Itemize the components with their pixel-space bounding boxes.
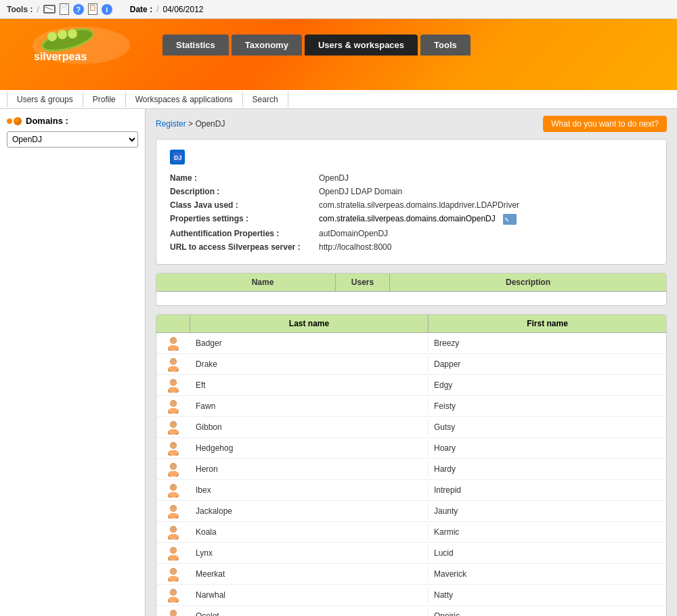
user-firstname: Breezy: [429, 335, 666, 351]
user-row[interactable]: NarwhalNatty: [156, 585, 666, 606]
info-rows: Name : OpenDJ Description : OpenDJ LDAP …: [170, 171, 653, 254]
user-lastname: Fawn: [190, 398, 429, 414]
user-firstname: Maverick: [429, 566, 666, 582]
svg-point-44: [169, 471, 178, 477]
url-label: URL to access Silverpeas server :: [170, 240, 319, 254]
users-th-icon: [156, 315, 190, 332]
description-value: OpenDJ LDAP Domain: [319, 185, 653, 198]
user-row[interactable]: MeerkatMaverick: [156, 564, 666, 585]
properties-value-cell: com.stratelia.silverpeas.domains.domainO…: [319, 212, 653, 227]
breadcrumb-bar: Register > OpenDJ What do you want to do…: [156, 116, 667, 132]
auth-value: autDomainOpenDJ: [319, 227, 653, 240]
groups-th-icon: [156, 273, 190, 291]
user-firstname: Karmic: [429, 524, 666, 540]
nav-tab-tools[interactable]: Tools: [420, 35, 471, 56]
svg-point-5: [68, 29, 77, 39]
user-row[interactable]: HedgehogHoary: [156, 438, 666, 459]
user-avatar-cell: [156, 606, 190, 616]
user-avatar-cell: [156, 438, 190, 458]
document-icon[interactable]: 📄: [60, 3, 69, 15]
users-th-lastname: Last name: [190, 315, 429, 332]
svg-point-3: [47, 32, 57, 41]
domains-header: Domains :: [7, 116, 138, 126]
properties-edit-icon[interactable]: ✎: [503, 214, 517, 225]
user-lastname: Jackalope: [190, 503, 429, 519]
user-lastname: Eft: [190, 377, 429, 393]
email-icon[interactable]: [43, 5, 56, 14]
svg-point-20: [171, 359, 175, 363]
user-lastname: Koala: [190, 524, 429, 540]
user-row[interactable]: GibbonGutsy: [156, 417, 666, 438]
user-row[interactable]: KoalaKarmic: [156, 522, 666, 543]
name-label: Name :: [170, 171, 319, 185]
breadcrumb: Register > OpenDJ: [156, 119, 225, 129]
svg-point-60: [171, 527, 175, 531]
groups-table: Name Users Description: [156, 273, 667, 306]
user-row[interactable]: EftEdgy: [156, 375, 666, 396]
user-row[interactable]: BadgerBreezy: [156, 333, 666, 354]
info-icon[interactable]: i: [102, 4, 112, 15]
svg-point-59: [169, 534, 178, 540]
sidebar: Domains : OpenDJ: [0, 109, 146, 616]
user-firstname: Oneiric: [429, 608, 666, 616]
subnav-users-groups[interactable]: Users & groups: [7, 92, 83, 107]
breadcrumb-register[interactable]: Register: [156, 119, 186, 129]
what-to-do-button[interactable]: What do you want to do next?: [543, 116, 667, 132]
user-firstname: Hardy: [429, 461, 666, 477]
user-avatar-cell: [156, 564, 190, 584]
user-lastname: Hedgehog: [190, 440, 429, 456]
user-row[interactable]: DrakeDapper: [156, 354, 666, 375]
subnav-search[interactable]: Search: [243, 92, 288, 107]
user-avatar-cell: [156, 459, 190, 479]
user-avatar-icon: [167, 525, 180, 540]
top-bar: Tools : / 📄 ? 📋 i Date : / 04/06/2012: [0, 0, 677, 19]
user-avatar-icon: [167, 483, 180, 498]
user-avatar-icon: [167, 336, 180, 351]
svg-text:silverpeas: silverpeas: [34, 51, 87, 62]
user-row[interactable]: HeronHardy: [156, 459, 666, 480]
copy-icon[interactable]: 📋: [88, 3, 97, 15]
right-content: Register > OpenDJ What do you want to do…: [146, 109, 677, 616]
breadcrumb-current: OpenDJ: [195, 119, 225, 129]
nav-tab-taxonomy[interactable]: Taxonomy: [232, 35, 302, 56]
svg-point-34: [169, 429, 178, 435]
user-row[interactable]: FawnFeisty: [156, 396, 666, 417]
main-content: Domains : OpenDJ Register > OpenDJ What …: [0, 109, 677, 616]
user-avatar-icon: [167, 462, 180, 477]
svg-point-49: [169, 492, 178, 498]
svg-point-40: [171, 443, 175, 447]
user-row[interactable]: JackalopeJaunty: [156, 501, 666, 522]
subnav-workspaces-applications[interactable]: Workspaces & applications: [126, 92, 243, 107]
description-label: Description :: [170, 185, 319, 198]
silverpeas-logo: silverpeas: [30, 25, 132, 66]
svg-point-50: [171, 485, 175, 489]
svg-point-15: [171, 338, 175, 342]
ldap-icon: DJ: [170, 150, 185, 164]
svg-text:✎: ✎: [504, 217, 510, 223]
user-row[interactable]: IbexIntrepid: [156, 480, 666, 501]
user-lastname: Badger: [190, 335, 429, 351]
nav-tab-users-workspaces[interactable]: Users & workspaces: [305, 35, 418, 56]
user-row[interactable]: LynxLucid: [156, 543, 666, 564]
svg-point-14: [169, 345, 178, 351]
nav-tab-statistics[interactable]: Statistics: [162, 35, 229, 56]
logo-area: silverpeas: [14, 25, 149, 66]
info-row-name: Name : OpenDJ: [170, 171, 653, 185]
main-header: silverpeas Statistics Taxonomy Users & w…: [0, 19, 677, 90]
user-row[interactable]: OcelotOneiric: [156, 606, 666, 616]
user-firstname: Feisty: [429, 398, 666, 414]
info-row-auth: Authentification Properties : autDomainO…: [170, 227, 653, 240]
user-avatar-cell: [156, 396, 190, 416]
user-lastname: Gibbon: [190, 419, 429, 435]
help-icon[interactable]: ?: [73, 4, 84, 15]
user-lastname: Narwhal: [190, 587, 429, 603]
svg-point-4: [58, 30, 67, 39]
users-th-firstname: First name: [429, 315, 666, 332]
subnav-profile[interactable]: Profile: [83, 92, 126, 107]
users-table-header: Last name First name: [156, 315, 666, 333]
info-row-properties: Properties settings : com.stratelia.silv…: [170, 212, 653, 227]
info-title: DJ: [170, 150, 653, 164]
users-rows-container: BadgerBreezy DrakeDapper EftEdgy FawnFei…: [156, 333, 666, 616]
domain-dots-icon: [7, 117, 22, 125]
domain-select[interactable]: OpenDJ: [7, 131, 138, 148]
